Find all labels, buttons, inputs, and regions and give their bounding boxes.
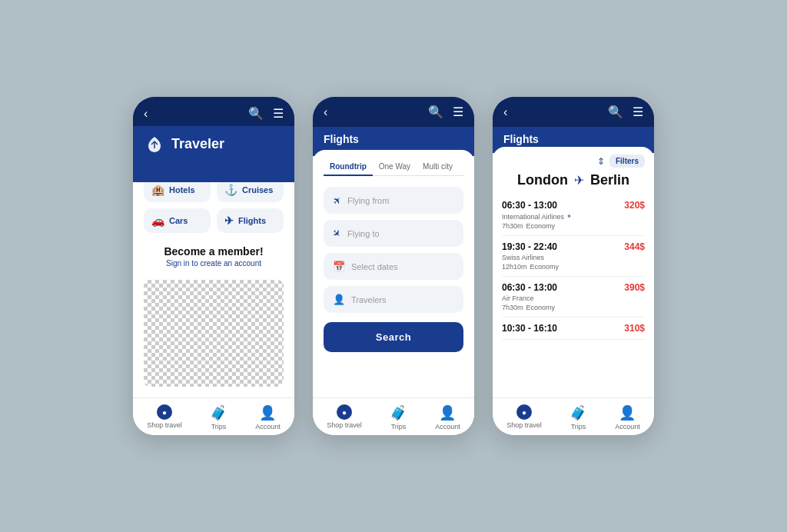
back-icon-3[interactable]: ‹: [503, 105, 507, 119]
flying-from-icon: ✈: [330, 193, 344, 207]
brand-logo-icon: [144, 133, 165, 155]
cars-icon: 🚗: [151, 214, 164, 227]
route-to: Berlin: [590, 172, 629, 188]
flight-price-1: 320$: [624, 200, 645, 211]
flight-details-2: Swiss Airlines: [502, 254, 645, 261]
trips-icon-3: 🧳: [569, 404, 586, 421]
flight-price-3: 390$: [624, 282, 645, 293]
flight-meta-3: 7h30m Economy: [502, 304, 645, 311]
flight-item-3[interactable]: 06:30 - 13:00 390$ Air France 7h30m Econ…: [502, 277, 645, 318]
flying-to-icon: ✈: [330, 226, 344, 240]
menu-flights[interactable]: ✈ Flights: [217, 208, 284, 233]
phone3-header: ‹ 🔍 ☰ Flights: [493, 97, 654, 153]
become-member-section: Become a member! Sign in to create an ac…: [144, 241, 284, 272]
become-member-title: Become a member!: [144, 245, 284, 258]
flight-time-3: 06:30 - 13:00: [502, 282, 557, 293]
nav-trips[interactable]: 🧳 Trips: [210, 404, 227, 431]
trips-icon-2: 🧳: [390, 404, 407, 421]
tabs: Roundtrip One Way Multi city: [324, 159, 463, 176]
travelers-placeholder: Travelers: [351, 295, 386, 304]
flight-details-3: Air France: [502, 294, 645, 302]
travelers-icon: 👤: [333, 294, 345, 305]
phone1-body: 🏨 Hotels ⚓ Cruises 🚗 Cars ✈ Flights Beco…: [133, 167, 294, 397]
header-actions: 🔍 ☰: [248, 106, 284, 121]
search-icon-2[interactable]: 🔍: [428, 105, 443, 119]
flight-time-2: 19:30 - 22:40: [502, 241, 557, 252]
filter-icon: ⇕: [597, 156, 605, 167]
flight-item-4-top: 10:30 - 16:10 310$: [502, 323, 645, 334]
shop-travel-icon-3: ●: [516, 404, 532, 420]
search-icon[interactable]: 🔍: [248, 106, 264, 121]
tab-oneway[interactable]: One Way: [373, 159, 417, 175]
dates-icon: 📅: [333, 261, 345, 272]
flight-item-1-top: 06:30 - 13:00 320$: [502, 200, 645, 211]
flight-price-4: 310$: [624, 323, 645, 334]
become-member-sub: Sign in to create an account: [144, 259, 284, 268]
nav-shop-travel-2[interactable]: ● Shop travel: [327, 404, 362, 431]
search-icon-3[interactable]: 🔍: [608, 105, 623, 119]
flight-details-1: International Airlines ⌖: [502, 212, 645, 221]
brand: Traveler: [144, 133, 284, 155]
nav-shop-travel-3[interactable]: ● Shop travel: [506, 404, 542, 431]
flight-item-3-top: 06:30 - 13:00 390$: [502, 282, 645, 293]
phone-home: ‹ 🔍 ☰ Traveler 🏨 Hotels ⚓ Cruises: [133, 97, 294, 435]
flight-price-2: 344$: [624, 241, 645, 252]
menu-grid: 🏨 Hotels ⚓ Cruises 🚗 Cars ✈ Flights: [144, 178, 284, 233]
shop-travel-icon: ●: [157, 404, 172, 420]
nav-account[interactable]: 👤 Account: [255, 404, 281, 431]
promo-image: [144, 280, 284, 387]
flight-time-1: 06:30 - 13:00: [502, 200, 557, 211]
trips-icon: 🧳: [210, 404, 227, 421]
flying-from-placeholder: Flying from: [347, 196, 389, 205]
shop-travel-icon-2: ●: [337, 404, 352, 420]
bottom-nav-3: ● Shop travel 🧳 Trips 👤 Account: [493, 397, 654, 435]
filters-button[interactable]: Filters: [609, 155, 645, 168]
route-row: London ✈ Berlin: [502, 172, 645, 188]
flying-to-placeholder: Flying to: [347, 229, 380, 238]
dates-placeholder: Select dates: [351, 262, 398, 271]
nav-trips-2[interactable]: 🧳 Trips: [390, 404, 407, 431]
nav-account-2[interactable]: 👤 Account: [435, 404, 460, 431]
flight-meta-1: 7h30m Economy: [502, 222, 645, 230]
phone2-header: ‹ 🔍 ☰ Flights: [313, 97, 474, 156]
menu-icon-3[interactable]: ☰: [633, 105, 643, 119]
phone-results: ‹ 🔍 ☰ Flights ⇕ Filters London ✈ Berlin …: [493, 97, 654, 435]
menu-icon[interactable]: ☰: [273, 106, 284, 121]
tab-multicity[interactable]: Multi city: [417, 159, 459, 175]
dates-field[interactable]: 📅 Select dates: [324, 253, 463, 280]
route-arrow-icon: ✈: [574, 173, 584, 188]
phone3-body: ⇕ Filters London ✈ Berlin 06:30 - 13:00 …: [493, 147, 654, 397]
menu-icon-2[interactable]: ☰: [453, 105, 463, 119]
phone-search: ‹ 🔍 ☰ Flights Roundtrip One Way Multi ci…: [313, 97, 474, 435]
filter-row: ⇕ Filters: [502, 155, 645, 168]
phone1-header: ‹ 🔍 ☰ Traveler: [133, 97, 294, 182]
flight-item-1[interactable]: 06:30 - 13:00 320$ International Airline…: [502, 195, 645, 236]
menu-cars[interactable]: 🚗 Cars: [144, 208, 211, 233]
flight-item-2-top: 19:30 - 22:40 344$: [502, 241, 645, 252]
wifi-icon-1: ⌖: [567, 212, 571, 221]
header-actions-2: 🔍 ☰: [428, 105, 463, 119]
hotels-icon: 🏨: [151, 184, 164, 196]
flight-item-4[interactable]: 10:30 - 16:10 310$: [502, 318, 645, 340]
nav-trips-3[interactable]: 🧳 Trips: [569, 404, 586, 431]
flight-time-4: 10:30 - 16:10: [502, 323, 557, 334]
search-button[interactable]: Search: [324, 322, 463, 352]
flights-icon: ✈: [224, 214, 234, 227]
flight-meta-2: 12h10m Economy: [502, 263, 645, 271]
bottom-nav-2: ● Shop travel 🧳 Trips 👤 Account: [313, 397, 474, 435]
cruises-icon: ⚓: [224, 184, 237, 196]
phone2-header-top: ‹ 🔍 ☰: [313, 97, 474, 127]
tab-roundtrip[interactable]: Roundtrip: [324, 159, 373, 175]
travelers-field[interactable]: 👤 Travelers: [324, 286, 463, 313]
account-icon-2: 👤: [439, 404, 456, 421]
flying-to-field[interactable]: ✈ Flying to: [324, 220, 463, 247]
phone3-header-top: ‹ 🔍 ☰: [493, 97, 654, 127]
back-icon-2[interactable]: ‹: [324, 105, 327, 119]
flying-from-field[interactable]: ✈ Flying from: [324, 187, 463, 214]
nav-shop-travel[interactable]: ● Shop travel: [147, 404, 182, 431]
route-from: London: [517, 172, 568, 188]
nav-account-3[interactable]: 👤 Account: [615, 404, 640, 431]
back-icon[interactable]: ‹: [144, 107, 148, 121]
flight-item-2[interactable]: 19:30 - 22:40 344$ Swiss Airlines 12h10m…: [502, 236, 645, 277]
phone2-body: Roundtrip One Way Multi city ✈ Flying fr…: [313, 150, 474, 397]
